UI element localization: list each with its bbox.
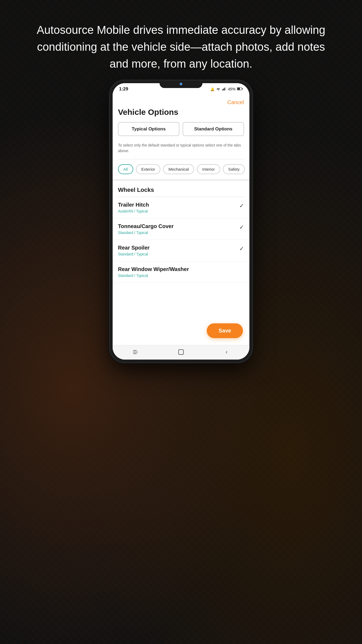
filter-chip-mechanical[interactable]: Mechanical [163, 164, 194, 174]
svg-rect-5 [242, 88, 243, 89]
item-info-tonneau: Tonneau/Cargo Cover Standard / Typical [118, 223, 239, 235]
signal-icon [222, 87, 226, 91]
filter-chip-interior[interactable]: Interior [197, 164, 220, 174]
home-icon [178, 349, 184, 355]
modal-content: Cancel Vehicle Options Typical Options S… [113, 95, 249, 345]
svg-rect-0 [222, 89, 223, 90]
checkmark-icon: ✓ [239, 202, 244, 209]
svg-rect-1 [223, 89, 224, 90]
menu-icon [133, 350, 138, 354]
section-header-wheel-locks: Wheel Locks [113, 181, 249, 197]
item-title: Tonneau/Cargo Cover [118, 223, 239, 229]
battery-level: 45% [228, 87, 235, 91]
nav-back-button[interactable]: ‹ [221, 346, 232, 358]
tab-buttons: Typical Options Standard Options [113, 122, 249, 140]
item-title: Trailer Hitch [118, 202, 239, 208]
filter-chip-exterior[interactable]: Exterior [136, 164, 161, 174]
list-item[interactable]: Trailer Hitch AudaVIN / Typical ✓ [113, 197, 249, 218]
filter-chip-all[interactable]: All [118, 164, 133, 174]
notch-dot [180, 83, 182, 85]
cancel-button[interactable]: Cancel [227, 99, 244, 105]
item-subtitle: Standard / Typical [118, 230, 239, 235]
nav-bar: ‹ [113, 345, 249, 360]
battery-icon [237, 87, 243, 91]
alarm-icon: 🔔 [210, 87, 215, 91]
svg-rect-6 [237, 88, 240, 90]
save-button[interactable]: Save [207, 323, 243, 338]
status-icons: 🔔 45% [210, 87, 243, 91]
section-divider [113, 179, 249, 181]
phone-notch [160, 80, 202, 88]
back-icon: ‹ [226, 349, 227, 356]
item-info-trailer-hitch: Trailer Hitch AudaVIN / Typical [118, 202, 239, 213]
save-button-wrapper: Save [207, 323, 243, 338]
list-item[interactable]: Rear Window Wiper/Washer Standard / Typi… [113, 261, 249, 283]
item-info-rear-wiper: Rear Window Wiper/Washer Standard / Typi… [118, 266, 239, 278]
svg-rect-2 [224, 88, 225, 90]
list-item[interactable]: Rear Spoiler Standard / Typical ✓ [113, 240, 249, 261]
item-subtitle: AudaVIN / Typical [118, 209, 239, 213]
cancel-bar: Cancel [113, 95, 249, 108]
item-subtitle: Standard / Typical [118, 273, 239, 278]
phone-screen: 1:29 🔔 45% [113, 83, 249, 360]
nav-menu-button[interactable] [130, 346, 141, 358]
item-subtitle: Standard / Typical [118, 252, 239, 256]
phone-frame: 1:29 🔔 45% [110, 80, 252, 362]
item-title: Rear Window Wiper/Washer [118, 266, 239, 272]
filter-chips: All Exterior Mechanical Interior Safety [113, 159, 249, 179]
nav-home-button[interactable] [175, 346, 187, 358]
checkmark-icon: ✓ [239, 245, 244, 252]
filter-chip-safety[interactable]: Safety [223, 164, 245, 174]
checkmark-icon: ✓ [239, 224, 244, 231]
item-info-rear-spoiler: Rear Spoiler Standard / Typical [118, 245, 239, 256]
headline-text: Autosource Mobile drives immediate accur… [0, 21, 362, 72]
item-title: Rear Spoiler [118, 245, 239, 251]
standard-options-tab[interactable]: Standard Options [183, 122, 244, 136]
wifi-icon [216, 87, 220, 91]
svg-rect-3 [225, 87, 226, 90]
modal-title: Vehicle Options [113, 108, 249, 122]
typical-options-tab[interactable]: Typical Options [118, 122, 179, 136]
status-time: 1:29 [119, 86, 128, 92]
hint-text: To select only the default standard or t… [113, 140, 249, 159]
list-item[interactable]: Tonneau/Cargo Cover Standard / Typical ✓ [113, 218, 249, 240]
